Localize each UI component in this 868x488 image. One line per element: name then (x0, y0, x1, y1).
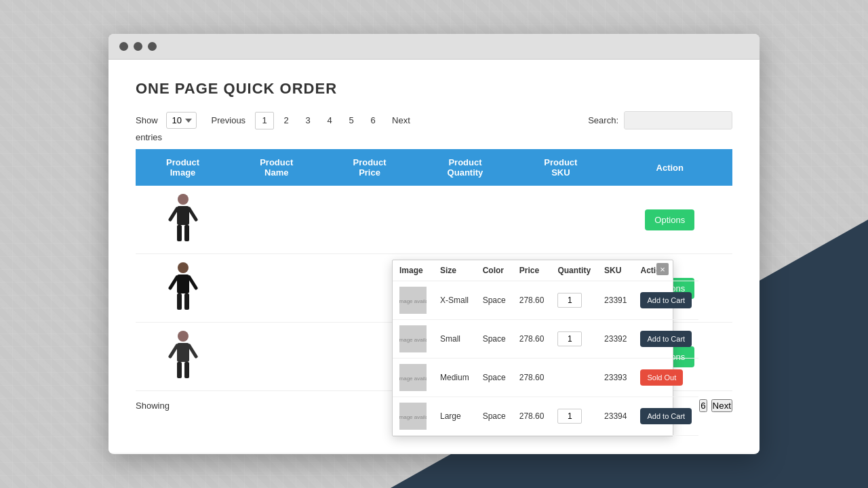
modal-price-cell: 278.60 (513, 397, 551, 436)
modal-close-button[interactable]: × (656, 263, 669, 275)
bottom-next-button[interactable]: Next (711, 399, 732, 412)
svg-line-4 (170, 209, 177, 220)
modal-qty-input-1[interactable] (557, 293, 582, 308)
modal-col-color: Color (476, 260, 513, 281)
add-to-cart-button-4[interactable]: Add to Cart (640, 408, 692, 424)
modal-img-placeholder: no image available (399, 403, 427, 430)
modal-qty-cell (551, 397, 597, 436)
svg-rect-13 (177, 343, 189, 362)
col-header-action: Action (608, 149, 732, 186)
modal-qty-cell (551, 281, 597, 320)
product-image-cell (136, 186, 230, 254)
modal-qty-cell (551, 359, 597, 397)
search-input[interactable] (624, 111, 732, 129)
browser-content: ONE PAGE QUICK ORDER Show 10 25 50 Previ… (108, 60, 760, 453)
show-select[interactable]: 10 25 50 (166, 112, 197, 129)
bottom-page-6[interactable]: 6 (699, 399, 707, 412)
next-button[interactable]: Next (385, 113, 417, 128)
modal-color-cell: Space (476, 359, 513, 397)
modal-color-cell: Space (476, 397, 513, 436)
svg-point-0 (178, 194, 189, 205)
product-name-cell (230, 323, 323, 391)
modal-row: no image available Medium Space 278.60 2… (393, 359, 698, 397)
svg-line-11 (189, 277, 196, 288)
sold-out-button-3[interactable]: Sold Out (640, 369, 683, 386)
svg-text:no image available: no image available (399, 298, 427, 304)
modal-img-cell: no image available (393, 397, 433, 436)
col-header-image: ProductImage (136, 149, 230, 186)
product-price-cell (323, 186, 416, 254)
add-to-cart-button-2[interactable]: Add to Cart (640, 331, 692, 347)
svg-rect-9 (184, 293, 189, 310)
modal-img-cell: no image available (393, 320, 433, 359)
product-sku-cell (514, 186, 607, 254)
modal-size-cell: Medium (433, 359, 476, 397)
modal-size-cell: X-Small (433, 281, 476, 320)
modal-table: Image Size Color Price Quantity SKU Acti… (393, 260, 698, 436)
svg-rect-8 (177, 293, 182, 310)
previous-button[interactable]: Previous (205, 113, 253, 128)
browser-titlebar (108, 34, 760, 60)
modal-sku-cell: 23394 (597, 397, 633, 436)
page-2-button[interactable]: 2 (277, 112, 296, 129)
svg-text:no image available: no image available (399, 337, 427, 343)
svg-text:no image available: no image available (399, 414, 427, 420)
modal-sku-cell: 23391 (597, 281, 633, 320)
modal-img-placeholder: no image available (399, 364, 427, 391)
product-action-cell: Options (608, 186, 732, 254)
modal-color-cell: Space (476, 320, 513, 359)
svg-point-6 (178, 262, 189, 273)
modal-col-image: Image (393, 260, 433, 281)
svg-text:no image available: no image available (399, 375, 427, 382)
modal-col-size: Size (433, 260, 476, 281)
svg-line-17 (189, 346, 196, 357)
add-to-cart-button-1[interactable]: Add to Cart (640, 292, 692, 308)
search-area: Search: (588, 111, 732, 129)
modal-row: no image available X-Small Space 278.60 … (393, 281, 698, 320)
dot-red (119, 42, 128, 51)
svg-rect-3 (184, 225, 189, 241)
controls-row: Show 10 25 50 Previous 1 2 3 4 5 6 Next … (136, 111, 732, 129)
svg-rect-1 (177, 206, 189, 225)
modal-img-cell: no image available (393, 281, 433, 320)
modal-sku-cell: 23393 (597, 359, 633, 397)
page-4-button[interactable]: 4 (320, 112, 339, 129)
modal-col-quantity: Quantity (551, 260, 597, 281)
modal-action-cell: Add to Cart (633, 320, 698, 359)
modal-row: no image available Large Space 278.60 23… (393, 397, 698, 436)
modal-qty-input-2[interactable] (557, 331, 582, 346)
modal-action-cell: Sold Out (633, 359, 698, 397)
modal-img-placeholder: no image available (399, 325, 427, 352)
search-label: Search: (588, 115, 618, 125)
page-5-button[interactable]: 5 (342, 112, 361, 129)
modal-qty-cell (551, 320, 597, 359)
options-button-1[interactable]: Options (645, 209, 694, 230)
page-3-button[interactable]: 3 (298, 112, 317, 129)
table-row: Options (136, 186, 732, 254)
page-1-button[interactable]: 1 (255, 112, 274, 129)
product-name-cell (230, 186, 323, 254)
dot-yellow (134, 42, 142, 51)
modal-qty-input-4[interactable] (557, 409, 582, 424)
modal-img-cell: no image available (393, 359, 433, 397)
svg-line-10 (170, 277, 177, 288)
product-image-svg (166, 192, 200, 247)
pagination-top: Previous 1 2 3 4 5 6 Next (205, 112, 417, 129)
modal-color-cell: Space (476, 281, 513, 320)
page-6-button[interactable]: 6 (363, 112, 382, 129)
svg-rect-14 (177, 362, 182, 378)
entries-label: entries (136, 132, 732, 142)
modal-price-cell: 278.60 (513, 281, 551, 320)
product-image-svg-2 (166, 261, 200, 315)
modal-col-price: Price (513, 260, 551, 281)
modal-popup: × Image Size Color Price Quantity SKU Ac… (392, 260, 673, 436)
svg-line-16 (170, 346, 177, 357)
col-header-name: ProductName (230, 149, 323, 186)
svg-point-12 (178, 331, 189, 342)
col-header-sku: ProductSKU (514, 149, 607, 186)
col-header-quantity: ProductQuantity (416, 149, 515, 186)
modal-price-cell: 278.60 (513, 320, 551, 359)
bottom-pagination: 6 Next (699, 399, 732, 412)
product-image-cell (136, 323, 230, 391)
product-qty-cell (416, 186, 515, 254)
